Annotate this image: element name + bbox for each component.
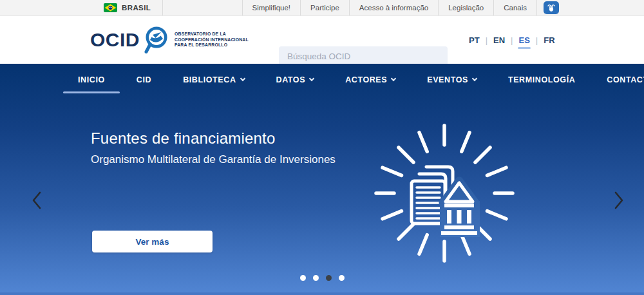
lang-es[interactable]: ES [518, 35, 529, 45]
nav-item-datos[interactable]: DATOS [276, 75, 314, 84]
topbar-link-legislacao[interactable]: Legislação [438, 0, 493, 15]
chevron-right-icon [613, 191, 625, 210]
chevron-left-icon [31, 191, 43, 210]
nav-item-eventos[interactable]: EVENTOS [427, 75, 477, 84]
accessibility-area [536, 0, 559, 15]
main-navigation: INICIO CID BIBLIOTECA DATOS ACTORES EVEN… [0, 64, 644, 96]
magnifier-logo-icon [143, 25, 170, 55]
nav-item-terminologia[interactable]: TERMINOLOGÍA [508, 75, 575, 84]
sign-language-hands-icon [547, 4, 556, 12]
footer-edge-strip [0, 292, 644, 295]
logo-full-name: OBSERVATORIO DE LA COOPERACIÓN INTERNACI… [175, 32, 249, 48]
topbar-link-simplifique[interactable]: Simplifique! [242, 0, 300, 15]
lang-en[interactable]: EN [493, 35, 505, 45]
carousel-dot-2[interactable] [313, 275, 319, 281]
topbar-links: Simplifique! Participe Acesso à informaç… [242, 0, 559, 15]
slide-title: Fuentes de financiamiento [91, 129, 276, 148]
topbar-link-canais[interactable]: Canais [493, 0, 536, 15]
chevron-down-icon [240, 76, 245, 81]
site-header: OCID OBSERVATORIO DE LA COOPERACIÓN INTE… [0, 16, 644, 64]
lang-separator: | [486, 35, 488, 45]
hero-section: INICIO CID BIBLIOTECA DATOS ACTORES EVEN… [0, 64, 644, 295]
slide-subtitle: Organismo Multilateral de Garantía de In… [91, 153, 336, 166]
carousel-dot-1[interactable] [300, 275, 306, 281]
lang-fr[interactable]: FR [544, 35, 554, 45]
search-input[interactable] [279, 46, 448, 66]
chevron-down-icon [309, 76, 314, 81]
nav-item-cid[interactable]: CID [137, 75, 151, 84]
nav-item-contacto[interactable]: CONTACTO [607, 75, 644, 84]
brasil-label[interactable]: BRASIL [122, 4, 151, 12]
vlibras-accessibility-button[interactable] [544, 1, 559, 14]
carousel-prev-button[interactable] [27, 187, 46, 213]
lang-separator: | [536, 35, 538, 45]
topbar-link-participe[interactable]: Participe [300, 0, 349, 15]
nav-item-inicio[interactable]: INICIO [78, 75, 105, 84]
carousel-dots [0, 275, 644, 281]
ocid-wordmark: OCID [90, 30, 140, 50]
nav-item-actores[interactable]: ACTORES [345, 75, 395, 84]
lang-separator: | [511, 35, 513, 45]
documents-bank-sunburst-illustration [370, 119, 518, 270]
brazil-flag-icon [104, 3, 117, 12]
carousel-dot-3[interactable] [326, 275, 332, 281]
government-topbar: BRASIL Simplifique! Participe Acesso à i… [0, 0, 644, 16]
lang-pt[interactable]: PT [469, 35, 480, 45]
ver-mas-button[interactable]: Ver más [92, 231, 213, 252]
carousel-dot-4[interactable] [339, 275, 345, 281]
ocid-logo[interactable]: OCID OBSERVATORIO DE LA COOPERACIÓN INTE… [90, 25, 249, 55]
topbar-link-acesso-informacao[interactable]: Acesso à informação [349, 0, 438, 15]
chevron-down-icon [391, 76, 396, 81]
nav-item-biblioteca[interactable]: BIBLIOTECA [183, 75, 244, 84]
carousel-next-button[interactable] [609, 187, 629, 213]
language-switcher: PT | EN | ES | FR [469, 16, 555, 64]
chevron-down-icon [472, 76, 477, 81]
brasil-brand[interactable]: BRASIL [104, 0, 163, 15]
